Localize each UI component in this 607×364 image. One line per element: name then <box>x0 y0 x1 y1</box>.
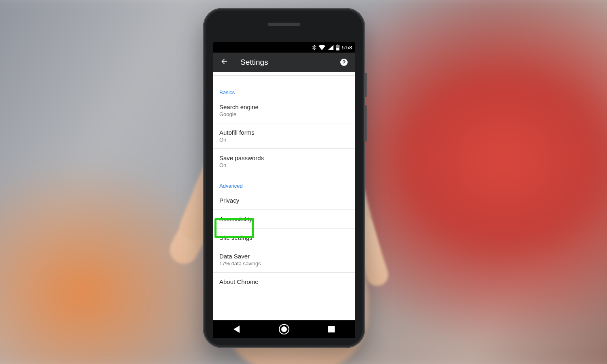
help-icon: ? <box>340 59 348 66</box>
wifi-icon <box>318 45 325 50</box>
item-label: Accessibility <box>219 216 349 222</box>
item-label: Save passwords <box>219 154 349 161</box>
back-button[interactable] <box>219 57 230 68</box>
phone-earpiece <box>268 23 300 26</box>
square-recents-icon <box>328 326 335 332</box>
nav-back-button[interactable] <box>228 320 246 338</box>
nav-recents-button[interactable] <box>323 320 340 338</box>
item-privacy[interactable]: Privacy <box>213 191 355 210</box>
item-about-chrome[interactable]: About Chrome <box>213 273 355 291</box>
item-label: Privacy <box>219 197 349 204</box>
circle-home-icon <box>279 324 289 334</box>
partial-previous-item <box>213 72 355 76</box>
item-value: 17% data savings <box>219 260 349 267</box>
item-data-saver[interactable]: Data Saver 17% data savings <box>213 247 355 273</box>
item-label: Site settings <box>219 234 349 241</box>
settings-list: Basics Search engine Google Autofill for… <box>213 72 355 320</box>
triangle-back-icon <box>233 326 240 333</box>
svg-rect-0 <box>336 48 339 50</box>
battery-icon <box>336 44 340 51</box>
help-button[interactable]: ? <box>338 57 350 68</box>
item-label: About Chrome <box>219 278 349 285</box>
item-value: Google <box>219 111 349 117</box>
section-header-advanced: Advanced <box>213 174 355 191</box>
android-nav-bar <box>213 320 355 338</box>
item-label: Data Saver <box>219 253 349 260</box>
cell-signal-icon <box>328 45 333 50</box>
item-label: Autofill forms <box>219 129 349 136</box>
phone-frame: 5:58 Settings ? Basics Search engine Goo… <box>203 8 365 348</box>
page-title: Settings <box>240 58 268 67</box>
phone-side-button <box>365 105 367 142</box>
status-bar: 5:58 <box>213 42 355 53</box>
bluetooth-icon <box>312 44 316 51</box>
item-search-engine[interactable]: Search engine Google <box>213 98 355 123</box>
item-autofill-forms[interactable]: Autofill forms On <box>213 123 355 149</box>
item-label: Search engine <box>219 104 349 110</box>
app-bar: Settings ? <box>213 53 355 72</box>
item-accessibility[interactable]: Accessibility <box>213 210 355 229</box>
section-header-basics: Basics <box>213 76 355 98</box>
clock: 5:58 <box>342 44 352 51</box>
phone-side-button <box>365 73 367 97</box>
nav-home-button[interactable] <box>275 320 293 338</box>
item-site-settings[interactable]: Site settings <box>213 229 355 247</box>
item-save-passwords[interactable]: Save passwords On <box>213 149 355 174</box>
item-value: On <box>219 162 349 168</box>
arrow-left-icon <box>220 57 228 67</box>
item-value: On <box>219 137 349 143</box>
phone-screen: 5:58 Settings ? Basics Search engine Goo… <box>213 42 355 338</box>
